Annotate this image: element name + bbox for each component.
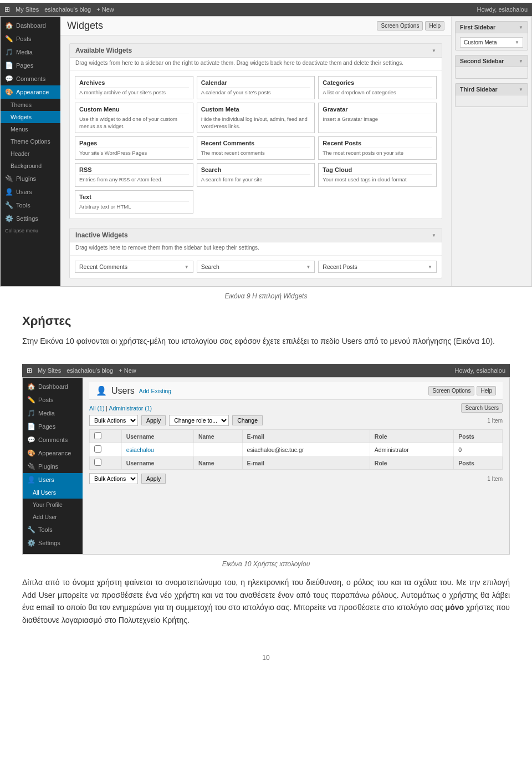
widget-gravatar[interactable]: Gravatar Insert a Gravatar image bbox=[318, 103, 437, 133]
screen-options-button[interactable]: Screen Options bbox=[377, 21, 423, 31]
sidebar2-item-dashboard[interactable]: 🏠 Dashboard bbox=[23, 380, 83, 393]
apply-button[interactable]: Apply bbox=[141, 415, 166, 425]
sidebar-item-appearance-1[interactable]: 🎨 Appearance bbox=[1, 85, 60, 99]
sidebar-sub-theme-options[interactable]: Theme Options bbox=[1, 135, 60, 148]
widget-custom-meta[interactable]: Custom Meta Hide the individual log in/o… bbox=[197, 103, 315, 133]
comments-icon-1: 💬 bbox=[5, 75, 13, 83]
change-button[interactable]: Change bbox=[232, 415, 263, 425]
widget-calendar-title: Calendar bbox=[201, 79, 311, 88]
sidebar-item-posts-1[interactable]: ✏️ Posts bbox=[1, 32, 60, 45]
sidebar-item-tools-1[interactable]: 🔧 Tools bbox=[1, 199, 60, 212]
widget-calendar[interactable]: Calendar A calendar of your site's posts bbox=[197, 76, 315, 99]
sidebar-item-plugins-1[interactable]: 🔌 Plugins bbox=[1, 172, 60, 185]
widget-tag-cloud[interactable]: Tag Cloud Your most used tags in cloud f… bbox=[318, 163, 437, 186]
sidebar-sub-themes[interactable]: Themes bbox=[1, 99, 60, 111]
widget-recent-posts[interactable]: Recent Posts The most recent posts on yo… bbox=[318, 136, 437, 160]
apply-button-2[interactable]: Apply bbox=[141, 474, 166, 484]
appearance-icon-2: 🎨 bbox=[27, 449, 35, 457]
widget-rss[interactable]: RSS Entries from any RSS or Atom feed. bbox=[75, 163, 193, 186]
third-sidebar-box: Third Sidebar ▼ bbox=[455, 83, 528, 107]
col-role[interactable]: Role bbox=[370, 430, 454, 443]
wp-icon-2: ⊞ bbox=[27, 367, 32, 374]
third-sidebar-body bbox=[456, 95, 528, 106]
collapse-label-1: Collapse menu bbox=[5, 228, 38, 233]
sidebar2-sub-profile[interactable]: Your Profile bbox=[23, 499, 83, 511]
sidebar2-item-pages[interactable]: 📄 Pages bbox=[23, 420, 83, 433]
inactive-widget-recent-comments[interactable]: Recent Comments ▼ bbox=[75, 261, 193, 273]
row-username[interactable]: esiachalou bbox=[121, 443, 193, 456]
sidebar2-sub-add-user[interactable]: Add User bbox=[23, 511, 83, 523]
my-sites-label-2[interactable]: My Sites bbox=[38, 367, 61, 374]
sidebar2-all-users-label: All Users bbox=[33, 489, 56, 496]
sidebar-item-pages-1[interactable]: 📄 Pages bbox=[1, 59, 60, 72]
blog-name-label-2[interactable]: esiachalou's blog bbox=[66, 367, 113, 374]
page-title-widgets: Widgets bbox=[67, 20, 103, 32]
sidebar-item-comments-1[interactable]: 💬 Comments bbox=[1, 72, 60, 85]
sidebar2-item-appearance[interactable]: 🎨 Appearance bbox=[23, 446, 83, 460]
blog-name-label-1[interactable]: esiachalou's blog bbox=[44, 6, 91, 13]
col-role-2[interactable]: Role bbox=[370, 456, 454, 470]
filter-all-link[interactable]: All (1) bbox=[89, 405, 104, 412]
screen-options-btn-2[interactable]: Screen Options bbox=[428, 386, 474, 395]
widget-search[interactable]: Search A search form for your site bbox=[197, 163, 315, 186]
col-email[interactable]: E-mail bbox=[242, 430, 370, 443]
sidebar2-item-posts[interactable]: ✏️ Posts bbox=[23, 393, 83, 407]
bulk-actions-select-2[interactable]: Bulk Actions bbox=[89, 473, 138, 484]
my-sites-label-1[interactable]: My Sites bbox=[16, 6, 39, 13]
inactive-search-label: Search bbox=[201, 263, 219, 270]
col-posts-2[interactable]: Posts bbox=[454, 456, 503, 470]
widget-archives[interactable]: Archives A monthly archive of your site'… bbox=[75, 76, 193, 99]
col-username[interactable]: Username bbox=[121, 430, 193, 443]
select-all-checkbox-2[interactable] bbox=[94, 459, 101, 466]
sidebar2-item-comments[interactable]: 💬 Comments bbox=[23, 433, 83, 446]
widget-archives-desc: A monthly archive of your site's posts bbox=[79, 89, 189, 96]
col-name-2[interactable]: Name bbox=[193, 456, 242, 470]
col-name[interactable]: Name bbox=[193, 430, 242, 443]
widget-tag-cloud-desc: Your most used tags in cloud format bbox=[323, 176, 432, 183]
sidebar-sub-background[interactable]: Background bbox=[1, 160, 60, 172]
widget-categories[interactable]: Categories A list or dropdown of categor… bbox=[318, 76, 437, 99]
user-checkbox-1[interactable] bbox=[94, 445, 101, 453]
sidebar2-item-settings[interactable]: ⚙️ Settings bbox=[23, 536, 83, 550]
first-sidebar-custom-meta[interactable]: Custom Meta ▼ bbox=[460, 37, 523, 48]
add-existing-link[interactable]: Add Existing bbox=[139, 388, 171, 394]
select-all-checkbox[interactable] bbox=[94, 432, 101, 439]
new-label-1[interactable]: + New bbox=[96, 6, 114, 13]
sidebar2-item-tools[interactable]: 🔧 Tools bbox=[23, 523, 83, 536]
bulk-actions-select[interactable]: Bulk Actions bbox=[89, 415, 138, 426]
sidebar-item-dashboard-1[interactable]: 🏠 Dashboard bbox=[1, 19, 60, 32]
first-sidebar-header: First Sidebar ▼ bbox=[456, 22, 528, 33]
first-sidebar-body: Custom Meta ▼ bbox=[456, 33, 528, 50]
sidebar-sub-widgets[interactable]: Widgets bbox=[1, 111, 60, 123]
widget-text[interactable]: Text Arbitrary text or HTML bbox=[75, 190, 193, 214]
search-users-button[interactable]: Search Users bbox=[461, 403, 503, 413]
sidebar2-item-media[interactable]: 🎵 Media bbox=[23, 407, 83, 420]
help-btn-2[interactable]: Help bbox=[477, 386, 496, 395]
wp-sidebar-1: 🏠 Dashboard ✏️ Posts 🎵 Media 📄 Pages 💬 C… bbox=[1, 17, 60, 286]
new-label-2[interactable]: + New bbox=[119, 367, 136, 374]
help-button-1[interactable]: Help bbox=[425, 21, 444, 31]
sidebar2-sub-all-users[interactable]: All Users bbox=[23, 486, 83, 499]
col-username-2[interactable]: Username bbox=[121, 456, 193, 470]
sidebar-sub-menus[interactable]: Menus bbox=[1, 123, 60, 135]
filter-admin-link[interactable]: Administrator (1) bbox=[109, 405, 152, 412]
sidebar-item-settings-1[interactable]: ⚙️ Settings bbox=[1, 212, 60, 225]
widget-pages[interactable]: Pages Your site's WordPress Pages bbox=[75, 136, 193, 160]
sidebar-item-media-1[interactable]: 🎵 Media bbox=[1, 45, 60, 59]
sidebar2-item-users[interactable]: 👤 Users bbox=[23, 473, 83, 486]
pagination-info-2: 1 Item bbox=[487, 476, 503, 482]
sidebar2-item-plugins[interactable]: 🔌 Plugins bbox=[23, 460, 83, 473]
change-role-select[interactable]: Change role to... bbox=[169, 415, 229, 426]
inactive-widget-search[interactable]: Search ▼ bbox=[197, 261, 315, 273]
col-email-2[interactable]: E-mail bbox=[242, 456, 370, 470]
sidebar-label-comments-1: Comments bbox=[16, 75, 45, 82]
col-posts[interactable]: Posts bbox=[454, 430, 503, 443]
sidebar-sub-header[interactable]: Header bbox=[1, 148, 60, 160]
sidebar-label-media-1: Media bbox=[16, 49, 33, 55]
sidebar-item-users-1[interactable]: 👤 Users bbox=[1, 185, 60, 199]
sidebar-collapse-1[interactable]: Collapse menu bbox=[1, 225, 60, 236]
widget-custom-menu[interactable]: Custom Menu Use this widget to add one o… bbox=[75, 103, 193, 133]
widget-recent-comments[interactable]: Recent Comments The most recent comments bbox=[197, 136, 315, 160]
inactive-widget-recent-posts[interactable]: Recent Posts ▼ bbox=[318, 261, 437, 273]
widget-pages-desc: Your site's WordPress Pages bbox=[79, 150, 189, 156]
